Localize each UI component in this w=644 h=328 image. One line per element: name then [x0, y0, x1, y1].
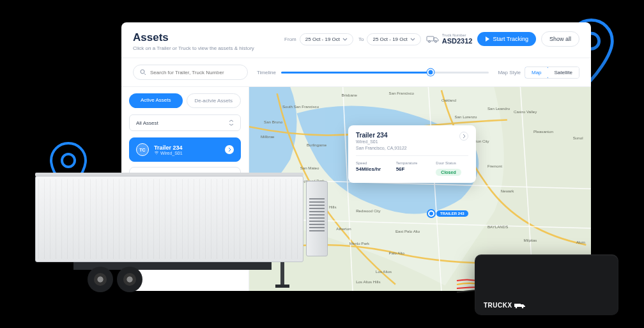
svg-text:Castro Valley: Castro Valley — [514, 109, 537, 114]
date-from-value: 25 Oct - 19 Oct — [305, 36, 340, 42]
search-input[interactable] — [150, 70, 241, 75]
marker-dot-icon — [428, 210, 434, 217]
chevron-right-icon — [228, 147, 231, 152]
svg-text:Los Altos Hills: Los Altos Hills — [356, 279, 380, 284]
svg-text:Palo Alto: Palo Alto — [389, 251, 405, 255]
popup-title: Trailer 234 — [356, 132, 407, 139]
svg-text:San Francisco: San Francisco — [389, 91, 415, 95]
marker-label: TRAILER 243 — [436, 210, 468, 217]
timeline-thumb[interactable] — [427, 69, 434, 76]
svg-point-5 — [141, 70, 144, 74]
asset-popup: Trailer 234 Wired_S01 San Francisco, CA,… — [348, 125, 476, 183]
truck-logo-icon — [514, 302, 526, 309]
temperature-value: 56F — [396, 166, 429, 172]
svg-text:Alum: Alum — [576, 240, 585, 244]
header: Assets Click on a Trailer or Truck to vi… — [121, 22, 591, 58]
popup-location: San Francisco, CA,93122 — [356, 146, 407, 150]
start-tracking-button[interactable]: Start Tracking — [477, 32, 536, 46]
svg-text:Sunol: Sunol — [573, 136, 583, 140]
mapstyle-label: Map Style — [498, 70, 521, 75]
asset-open-button[interactable] — [225, 145, 234, 154]
popup-connection: Wired_S01 — [356, 139, 407, 144]
tab-active-assets[interactable]: Active Assets — [129, 93, 183, 108]
chevron-down-icon — [410, 38, 415, 41]
door-status-value: Closed — [436, 169, 461, 176]
svg-text:Pleasanton: Pleasanton — [533, 129, 553, 134]
asset-filter-label: All Assest — [136, 120, 158, 126]
svg-point-3 — [428, 41, 430, 43]
date-to-value: 25 Oct - 19 Oct — [372, 36, 407, 42]
svg-text:San Leandro: San Leandro — [487, 106, 510, 111]
sort-icon — [229, 120, 234, 126]
svg-text:Newark: Newark — [501, 189, 515, 193]
svg-text:San Lorenzo: San Lorenzo — [455, 114, 477, 119]
date-to-picker[interactable]: 25 Oct - 19 Oct — [367, 33, 420, 45]
svg-text:East Palo Alto: East Palo Alto — [395, 229, 420, 233]
wifi-icon — [154, 151, 159, 155]
truck-number-badge: Truck Number ASD2312 — [426, 31, 473, 47]
toolbar: Timeline Map Style Map Satellite — [121, 58, 591, 87]
svg-rect-42 — [514, 304, 521, 307]
door-status-label: Door Status — [436, 161, 468, 165]
play-icon — [485, 36, 490, 42]
page-title: Assets — [133, 31, 254, 44]
tab-deactive-assets[interactable]: De-actvie Assets — [187, 93, 241, 108]
timeline-slider[interactable] — [281, 72, 489, 74]
chevron-right-icon — [463, 134, 466, 139]
truck-number-value: ASD2312 — [442, 37, 473, 45]
svg-point-0 — [62, 154, 75, 167]
svg-text:Redwood City: Redwood City — [356, 208, 381, 213]
speed-label: Speed — [356, 161, 388, 165]
svg-text:Los Altos: Los Altos — [376, 269, 392, 274]
mapstyle-toggle: Map Satellite — [525, 66, 579, 79]
temperature-label: Temparature — [396, 161, 429, 165]
date-from-picker[interactable]: 25 Oct - 19 Oct — [300, 33, 353, 45]
svg-text:San Bruno: San Bruno — [264, 120, 283, 124]
svg-text:Menlo Park: Menlo Park — [349, 241, 370, 246]
popup-expand-button[interactable] — [459, 132, 468, 141]
svg-text:Millbrae: Millbrae — [261, 134, 275, 139]
tracking-device: TRUCKX — [475, 254, 618, 315]
svg-text:Burlingame: Burlingame — [307, 143, 327, 147]
asset-item[interactable]: TCTrailer 234 Wired_S01 — [129, 137, 241, 162]
asset-title: Trailer 234 — [154, 144, 220, 151]
device-brand: TRUCKX — [484, 302, 512, 309]
asset-connection: Wired_S01 — [154, 151, 220, 155]
svg-text:Atherton: Atherton — [336, 226, 351, 231]
svg-text:BAYLANDS: BAYLANDS — [487, 224, 508, 229]
map-marker[interactable]: TRAILER 243 — [428, 210, 468, 217]
speed-value: 54Miles/hr — [356, 166, 388, 172]
to-label: To — [358, 36, 364, 42]
from-label: From — [284, 36, 296, 42]
page-subtitle: Click on a Trailer or Truck to view the … — [133, 45, 254, 51]
truck-icon — [426, 34, 439, 44]
svg-text:Oakland: Oakland — [441, 98, 457, 102]
svg-point-43 — [515, 306, 517, 308]
start-tracking-label: Start Tracking — [493, 36, 528, 42]
svg-rect-2 — [427, 36, 434, 41]
asset-filter-dropdown[interactable]: All Assest — [129, 114, 241, 131]
svg-text:Milpitas: Milpitas — [524, 238, 537, 242]
svg-point-4 — [434, 41, 436, 43]
asset-type-icon: TC — [136, 143, 149, 156]
timeline-label: Timeline — [257, 70, 276, 75]
chevron-down-icon — [342, 38, 348, 41]
mapstyle-map-button[interactable]: Map — [525, 66, 549, 79]
show-all-button[interactable]: Show all — [541, 31, 579, 47]
trailer-illustration — [35, 176, 316, 310]
search-icon — [140, 69, 146, 75]
svg-text:Brisbane: Brisbane — [342, 93, 358, 97]
mapstyle-satellite-button[interactable]: Satellite — [548, 67, 579, 78]
svg-text:South San Francisco: South San Francisco — [282, 104, 319, 109]
search-input-wrap[interactable] — [133, 65, 248, 80]
svg-point-44 — [521, 306, 523, 308]
svg-text:Fremont: Fremont — [487, 164, 502, 168]
svg-text:San Mateo: San Mateo — [300, 166, 319, 170]
svg-point-6 — [156, 153, 157, 154]
